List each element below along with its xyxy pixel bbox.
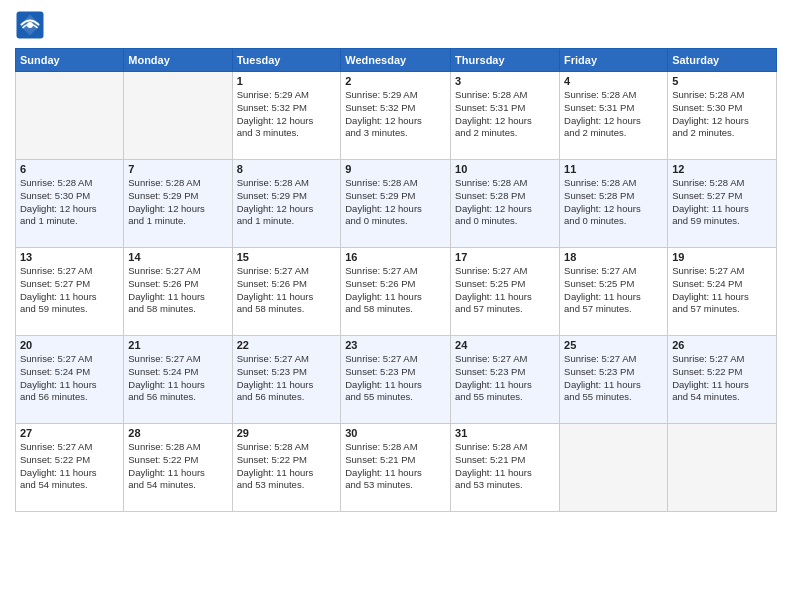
day-info: Sunrise: 5:28 AM Sunset: 5:21 PM Dayligh… xyxy=(345,441,446,492)
weekday-header: Saturday xyxy=(668,49,777,72)
day-number: 25 xyxy=(564,339,663,351)
calendar-cell: 19Sunrise: 5:27 AM Sunset: 5:24 PM Dayli… xyxy=(668,248,777,336)
calendar-cell: 9Sunrise: 5:28 AM Sunset: 5:29 PM Daylig… xyxy=(341,160,451,248)
calendar-week-row: 1Sunrise: 5:29 AM Sunset: 5:32 PM Daylig… xyxy=(16,72,777,160)
calendar-cell: 8Sunrise: 5:28 AM Sunset: 5:29 PM Daylig… xyxy=(232,160,341,248)
calendar-cell: 6Sunrise: 5:28 AM Sunset: 5:30 PM Daylig… xyxy=(16,160,124,248)
calendar-cell: 28Sunrise: 5:28 AM Sunset: 5:22 PM Dayli… xyxy=(124,424,232,512)
page: SundayMondayTuesdayWednesdayThursdayFrid… xyxy=(0,0,792,612)
day-info: Sunrise: 5:28 AM Sunset: 5:22 PM Dayligh… xyxy=(237,441,337,492)
day-info: Sunrise: 5:28 AM Sunset: 5:30 PM Dayligh… xyxy=(672,89,772,140)
day-number: 11 xyxy=(564,163,663,175)
day-number: 3 xyxy=(455,75,555,87)
day-info: Sunrise: 5:29 AM Sunset: 5:32 PM Dayligh… xyxy=(237,89,337,140)
calendar-cell xyxy=(668,424,777,512)
day-info: Sunrise: 5:28 AM Sunset: 5:31 PM Dayligh… xyxy=(455,89,555,140)
calendar-cell: 30Sunrise: 5:28 AM Sunset: 5:21 PM Dayli… xyxy=(341,424,451,512)
day-info: Sunrise: 5:27 AM Sunset: 5:27 PM Dayligh… xyxy=(20,265,119,316)
calendar-week-row: 27Sunrise: 5:27 AM Sunset: 5:22 PM Dayli… xyxy=(16,424,777,512)
day-info: Sunrise: 5:28 AM Sunset: 5:27 PM Dayligh… xyxy=(672,177,772,228)
calendar-cell: 11Sunrise: 5:28 AM Sunset: 5:28 PM Dayli… xyxy=(560,160,668,248)
day-number: 7 xyxy=(128,163,227,175)
day-info: Sunrise: 5:27 AM Sunset: 5:22 PM Dayligh… xyxy=(672,353,772,404)
day-number: 2 xyxy=(345,75,446,87)
calendar-cell: 26Sunrise: 5:27 AM Sunset: 5:22 PM Dayli… xyxy=(668,336,777,424)
day-number: 4 xyxy=(564,75,663,87)
calendar-cell: 2Sunrise: 5:29 AM Sunset: 5:32 PM Daylig… xyxy=(341,72,451,160)
calendar-cell: 29Sunrise: 5:28 AM Sunset: 5:22 PM Dayli… xyxy=(232,424,341,512)
day-number: 26 xyxy=(672,339,772,351)
calendar-cell: 18Sunrise: 5:27 AM Sunset: 5:25 PM Dayli… xyxy=(560,248,668,336)
day-info: Sunrise: 5:27 AM Sunset: 5:26 PM Dayligh… xyxy=(128,265,227,316)
day-number: 6 xyxy=(20,163,119,175)
day-number: 22 xyxy=(237,339,337,351)
day-number: 13 xyxy=(20,251,119,263)
calendar-cell: 31Sunrise: 5:28 AM Sunset: 5:21 PM Dayli… xyxy=(451,424,560,512)
calendar-cell: 12Sunrise: 5:28 AM Sunset: 5:27 PM Dayli… xyxy=(668,160,777,248)
day-number: 19 xyxy=(672,251,772,263)
day-number: 20 xyxy=(20,339,119,351)
logo-icon xyxy=(15,10,45,40)
day-number: 9 xyxy=(345,163,446,175)
day-info: Sunrise: 5:27 AM Sunset: 5:24 PM Dayligh… xyxy=(672,265,772,316)
day-info: Sunrise: 5:28 AM Sunset: 5:28 PM Dayligh… xyxy=(455,177,555,228)
calendar-cell: 5Sunrise: 5:28 AM Sunset: 5:30 PM Daylig… xyxy=(668,72,777,160)
day-info: Sunrise: 5:27 AM Sunset: 5:22 PM Dayligh… xyxy=(20,441,119,492)
calendar-cell: 21Sunrise: 5:27 AM Sunset: 5:24 PM Dayli… xyxy=(124,336,232,424)
day-number: 10 xyxy=(455,163,555,175)
calendar-cell: 24Sunrise: 5:27 AM Sunset: 5:23 PM Dayli… xyxy=(451,336,560,424)
calendar-cell: 15Sunrise: 5:27 AM Sunset: 5:26 PM Dayli… xyxy=(232,248,341,336)
calendar-cell: 16Sunrise: 5:27 AM Sunset: 5:26 PM Dayli… xyxy=(341,248,451,336)
day-info: Sunrise: 5:28 AM Sunset: 5:21 PM Dayligh… xyxy=(455,441,555,492)
day-number: 1 xyxy=(237,75,337,87)
calendar-cell: 17Sunrise: 5:27 AM Sunset: 5:25 PM Dayli… xyxy=(451,248,560,336)
svg-point-2 xyxy=(27,22,33,28)
day-info: Sunrise: 5:27 AM Sunset: 5:24 PM Dayligh… xyxy=(128,353,227,404)
weekday-header: Monday xyxy=(124,49,232,72)
weekday-header: Tuesday xyxy=(232,49,341,72)
calendar-cell: 25Sunrise: 5:27 AM Sunset: 5:23 PM Dayli… xyxy=(560,336,668,424)
day-number: 16 xyxy=(345,251,446,263)
day-info: Sunrise: 5:27 AM Sunset: 5:23 PM Dayligh… xyxy=(455,353,555,404)
calendar-cell: 20Sunrise: 5:27 AM Sunset: 5:24 PM Dayli… xyxy=(16,336,124,424)
day-number: 5 xyxy=(672,75,772,87)
day-number: 18 xyxy=(564,251,663,263)
day-info: Sunrise: 5:27 AM Sunset: 5:23 PM Dayligh… xyxy=(564,353,663,404)
day-number: 14 xyxy=(128,251,227,263)
day-number: 15 xyxy=(237,251,337,263)
calendar-cell: 23Sunrise: 5:27 AM Sunset: 5:23 PM Dayli… xyxy=(341,336,451,424)
calendar-cell xyxy=(16,72,124,160)
weekday-header: Wednesday xyxy=(341,49,451,72)
calendar-week-row: 20Sunrise: 5:27 AM Sunset: 5:24 PM Dayli… xyxy=(16,336,777,424)
calendar-cell: 27Sunrise: 5:27 AM Sunset: 5:22 PM Dayli… xyxy=(16,424,124,512)
calendar-cell: 4Sunrise: 5:28 AM Sunset: 5:31 PM Daylig… xyxy=(560,72,668,160)
day-number: 31 xyxy=(455,427,555,439)
calendar-table: SundayMondayTuesdayWednesdayThursdayFrid… xyxy=(15,48,777,512)
day-info: Sunrise: 5:28 AM Sunset: 5:31 PM Dayligh… xyxy=(564,89,663,140)
calendar-cell: 10Sunrise: 5:28 AM Sunset: 5:28 PM Dayli… xyxy=(451,160,560,248)
weekday-header: Friday xyxy=(560,49,668,72)
day-info: Sunrise: 5:29 AM Sunset: 5:32 PM Dayligh… xyxy=(345,89,446,140)
day-info: Sunrise: 5:28 AM Sunset: 5:29 PM Dayligh… xyxy=(237,177,337,228)
header xyxy=(15,10,777,40)
day-info: Sunrise: 5:28 AM Sunset: 5:30 PM Dayligh… xyxy=(20,177,119,228)
day-info: Sunrise: 5:27 AM Sunset: 5:25 PM Dayligh… xyxy=(564,265,663,316)
calendar-week-row: 6Sunrise: 5:28 AM Sunset: 5:30 PM Daylig… xyxy=(16,160,777,248)
calendar-cell: 22Sunrise: 5:27 AM Sunset: 5:23 PM Dayli… xyxy=(232,336,341,424)
day-number: 29 xyxy=(237,427,337,439)
calendar-cell: 7Sunrise: 5:28 AM Sunset: 5:29 PM Daylig… xyxy=(124,160,232,248)
day-info: Sunrise: 5:28 AM Sunset: 5:29 PM Dayligh… xyxy=(345,177,446,228)
logo xyxy=(15,10,47,40)
day-info: Sunrise: 5:28 AM Sunset: 5:29 PM Dayligh… xyxy=(128,177,227,228)
day-info: Sunrise: 5:28 AM Sunset: 5:28 PM Dayligh… xyxy=(564,177,663,228)
calendar-header-row: SundayMondayTuesdayWednesdayThursdayFrid… xyxy=(16,49,777,72)
day-number: 12 xyxy=(672,163,772,175)
day-number: 17 xyxy=(455,251,555,263)
day-info: Sunrise: 5:27 AM Sunset: 5:24 PM Dayligh… xyxy=(20,353,119,404)
weekday-header: Sunday xyxy=(16,49,124,72)
calendar-cell: 1Sunrise: 5:29 AM Sunset: 5:32 PM Daylig… xyxy=(232,72,341,160)
day-number: 21 xyxy=(128,339,227,351)
day-info: Sunrise: 5:27 AM Sunset: 5:26 PM Dayligh… xyxy=(345,265,446,316)
day-number: 24 xyxy=(455,339,555,351)
day-number: 23 xyxy=(345,339,446,351)
